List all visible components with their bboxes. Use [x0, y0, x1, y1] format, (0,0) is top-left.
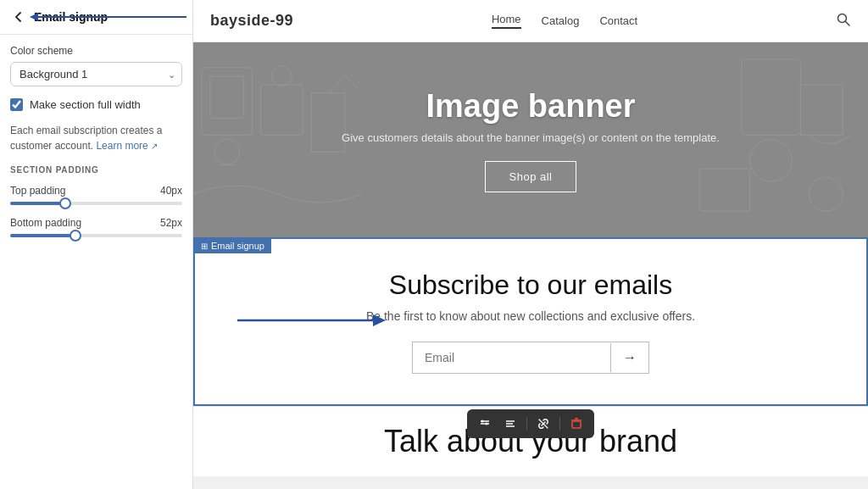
svg-rect-27	[572, 421, 581, 428]
svg-point-22	[486, 423, 488, 425]
store-header: bayside-99 Home Catalog Contact	[193, 0, 868, 42]
full-width-label: Make section full width	[30, 98, 141, 111]
email-signup-badge: ⊞ Email signup	[194, 238, 271, 253]
toolbar-divider	[526, 417, 527, 431]
settings-panel: Email signup Color scheme Background 1 B…	[0, 0, 193, 489]
toolbar-settings-button[interactable]	[474, 414, 496, 433]
bottom-padding-track	[10, 234, 182, 237]
email-signup-section: ⊞ Email signup Subscribe to our emails B…	[193, 237, 868, 406]
color-scheme-select[interactable]: Background 1 Background 2 Inverse Accent…	[10, 62, 182, 86]
top-padding-track	[10, 202, 182, 205]
top-padding-value: 40px	[160, 185, 182, 197]
toolbar-divider-2	[559, 417, 560, 431]
toolbar-align-button[interactable]	[499, 414, 521, 433]
toolbar-delete-button[interactable]	[565, 414, 587, 433]
panel-title: Email signup	[34, 10, 108, 24]
bottom-padding-row: Bottom padding 52px	[10, 217, 182, 237]
badge-grid-icon: ⊞	[201, 242, 208, 251]
email-submit-button[interactable]: →	[610, 343, 648, 372]
top-padding-fill	[10, 202, 65, 205]
nav-home[interactable]: Home	[492, 13, 521, 29]
top-padding-thumb[interactable]	[59, 197, 71, 209]
nav-catalog[interactable]: Catalog	[542, 14, 580, 27]
info-text: Each email subscription creates a custom…	[10, 123, 182, 153]
back-button[interactable]	[10, 8, 27, 25]
svg-line-3	[846, 21, 850, 25]
banner-subtitle: Give customers details about the banner …	[342, 131, 720, 144]
banner-title: Image banner	[342, 88, 720, 125]
full-width-checkbox[interactable]	[10, 98, 23, 111]
bottom-padding-value: 52px	[160, 217, 182, 229]
email-signup-subtitle: Be the first to know about new collectio…	[366, 309, 695, 323]
email-signup-title: Subscribe to our emails	[389, 270, 672, 301]
section-padding-heading: SECTION PADDING	[10, 165, 182, 175]
bottom-padding-thumb[interactable]	[70, 230, 81, 242]
preview-panel: bayside-99 Home Catalog Contact	[193, 0, 868, 489]
full-width-row: Make section full width	[10, 98, 182, 111]
svg-point-21	[481, 420, 484, 423]
toolbar-unlink-button[interactable]	[532, 414, 554, 433]
bottom-padding-label: Bottom padding	[10, 217, 81, 229]
store-nav: Home Catalog Contact	[492, 13, 637, 29]
banner-content: Image banner Give customers details abou…	[342, 88, 720, 192]
learn-more-link[interactable]: Learn more	[96, 140, 157, 152]
top-padding-label-row: Top padding 40px	[10, 185, 182, 197]
panel-body: Color scheme Background 1 Background 2 I…	[0, 35, 192, 489]
email-input-row: →	[412, 342, 649, 374]
top-padding-row: Top padding 40px	[10, 185, 182, 205]
nav-contact[interactable]: Contact	[599, 14, 637, 27]
main-content: Image banner Give customers details abou…	[193, 42, 868, 489]
shop-all-button[interactable]: Shop all	[485, 161, 577, 192]
search-icon[interactable]	[836, 12, 851, 31]
bottom-padding-fill	[10, 234, 75, 237]
banner-section: Image banner Give customers details abou…	[193, 42, 868, 237]
store-logo: bayside-99	[210, 12, 293, 30]
panel-header: Email signup	[0, 0, 192, 35]
color-scheme-select-wrapper: Background 1 Background 2 Inverse Accent…	[10, 62, 182, 86]
badge-label: Email signup	[211, 241, 264, 251]
email-input[interactable]	[413, 342, 610, 373]
color-scheme-label: Color scheme	[10, 45, 182, 57]
top-padding-label: Top padding	[10, 185, 65, 197]
floating-toolbar	[467, 409, 594, 438]
bottom-padding-label-row: Bottom padding 52px	[10, 217, 182, 229]
